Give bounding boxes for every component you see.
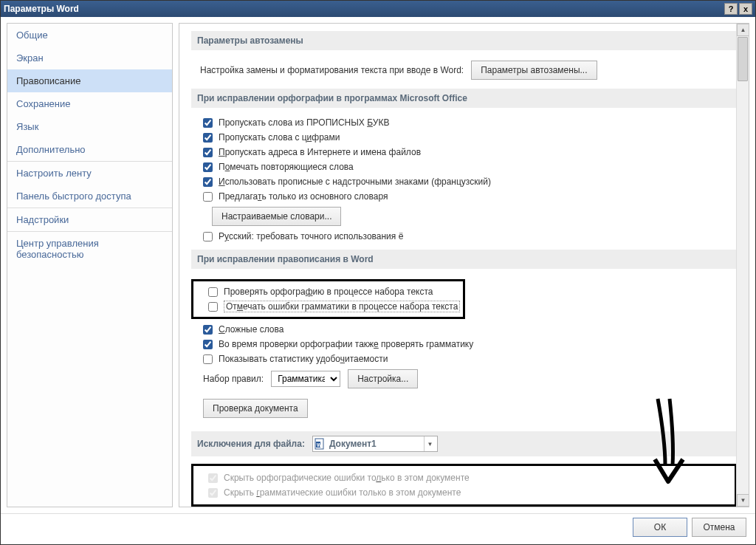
checkbox-row: Сложные слова xyxy=(191,322,737,337)
autocorrect-options-button[interactable]: Параметры автозамены... xyxy=(471,61,597,80)
checkbox[interactable] xyxy=(208,287,218,297)
checkbox-label: Пропускать слова с цифрами xyxy=(219,132,340,143)
checkbox-label: Пропускать адреса в Интернете и имена фа… xyxy=(219,147,421,157)
checkbox-row: Отмечать ошибки грамматики в процессе на… xyxy=(196,299,460,314)
ruleset-label: Набор правил: xyxy=(203,374,264,384)
checkbox-row: Использовать прописные с надстрочными зн… xyxy=(191,174,737,189)
checkbox-row: Пропускать слова из ПРОПИСНЫХ БУКВ xyxy=(191,115,737,130)
checkbox-label: Показывать статистику удобочитаемости xyxy=(219,354,388,364)
checkbox-row: Показывать статистику удобочитаемости xyxy=(191,352,737,366)
ok-button[interactable]: ОК xyxy=(633,518,687,537)
checkbox xyxy=(208,473,218,483)
sidebar-item[interactable]: Общие xyxy=(7,24,172,47)
sidebar-item[interactable]: Дополнительно xyxy=(7,138,172,161)
exceptions-file-name: Документ1 xyxy=(329,439,377,449)
checkbox-row: Скрыть грамматические ошибки только в эт… xyxy=(196,485,732,500)
checkbox-row: Проверять орфографию в процессе набора т… xyxy=(196,284,460,299)
sidebar: ОбщиеЭкранПравописаниеСохранениеЯзыкДопо… xyxy=(7,23,173,507)
checkbox-label: Проверять орфографию в процессе набора т… xyxy=(224,287,433,297)
checkbox-row: Помечать повторяющиеся слова xyxy=(191,160,737,174)
checkbox[interactable] xyxy=(203,192,213,202)
sidebar-item[interactable]: Панель быстрого доступа xyxy=(7,185,172,208)
checkbox-row: Пропускать адреса в Интернете и имена фа… xyxy=(191,145,737,160)
checkbox[interactable] xyxy=(203,162,213,172)
checkbox xyxy=(208,488,218,498)
checkbox-label: Предлагать только из основного словаря xyxy=(219,191,388,202)
exceptions-file-select[interactable]: W Документ1 ▼ xyxy=(312,436,438,452)
checkbox-label: Использовать прописные с надстрочными зн… xyxy=(219,176,491,187)
checkbox[interactable] xyxy=(203,118,213,128)
scroll-down-button[interactable]: ▼ xyxy=(737,494,749,507)
checkbox-label: Пропускать слова из ПРОПИСНЫХ БУКВ xyxy=(219,117,389,128)
help-button[interactable]: ? xyxy=(724,3,738,15)
checkbox-label: Скрыть грамматические ошибки только в эт… xyxy=(224,487,461,498)
sidebar-item[interactable]: Надстройки xyxy=(7,208,172,231)
checkbox[interactable] xyxy=(208,302,218,312)
scroll-up-button[interactable]: ▲ xyxy=(737,24,749,36)
custom-dictionaries-button[interactable]: Настраиваемые словари... xyxy=(212,207,341,226)
checkbox-label: Скрыть орфографические ошибки только в э… xyxy=(224,473,470,483)
checkbox[interactable] xyxy=(203,340,213,349)
chevron-down-icon: ▼ xyxy=(424,436,436,451)
sidebar-item[interactable]: Сохранение xyxy=(7,92,172,115)
exceptions-label: Исключения для файла: xyxy=(197,439,305,449)
checkbox-row: Русский: требовать точного использования… xyxy=(191,229,737,244)
ruleset-settings-button[interactable]: Настройка... xyxy=(348,369,418,388)
checkbox-label: Помечать повторяющиеся слова xyxy=(219,162,354,172)
sidebar-item[interactable]: Центр управления безопасностью xyxy=(7,232,172,266)
scroll-thumb[interactable] xyxy=(738,37,748,81)
checkbox-row: Скрыть орфографические ошибки только в э… xyxy=(196,470,732,485)
dialog-footer: ОК Отмена xyxy=(1,513,755,540)
section-exceptions-header: Исключения для файла: W Документ1 ▼ xyxy=(191,431,737,456)
checkbox[interactable] xyxy=(203,148,213,157)
checkbox[interactable] xyxy=(203,354,213,364)
section-word-header: При исправлении правописания в Word xyxy=(191,250,737,269)
checkbox-label: Во время проверки орфографии также прове… xyxy=(219,339,473,349)
sidebar-item[interactable]: Экран xyxy=(7,47,172,69)
checkbox[interactable] xyxy=(203,232,213,241)
sidebar-item[interactable]: Правописание xyxy=(7,69,172,92)
word-doc-icon: W xyxy=(315,438,326,450)
sidebar-item[interactable]: Настроить ленту xyxy=(7,162,172,185)
section-spelling-header: При исправлении орфографии в программах … xyxy=(191,89,737,108)
checkbox-row: Предлагать только из основного словаря xyxy=(191,189,737,204)
annotation-highlight-2: Скрыть орфографические ошибки только в э… xyxy=(191,464,737,507)
checkbox-label: Отмечать ошибки грамматики в процессе на… xyxy=(224,301,460,312)
checkbox[interactable] xyxy=(203,325,213,335)
checkbox-row: Пропускать слова с цифрами xyxy=(191,130,737,145)
checkbox[interactable] xyxy=(203,177,213,187)
checkbox-row: Во время проверки орфографии также прове… xyxy=(191,337,737,352)
close-button[interactable]: x xyxy=(739,3,752,15)
annotation-highlight-1: Проверять орфографию в процессе набора т… xyxy=(191,279,465,319)
vertical-scrollbar[interactable]: ▲ ▼ xyxy=(736,24,749,507)
window-title: Параметры Word xyxy=(4,4,723,14)
section-autocorrect-header: Параметры автозамены xyxy=(191,31,737,50)
content-pane: Параметры автозамены Настройка замены и … xyxy=(179,24,749,507)
autocorrect-desc: Настройка замены и форматирования текста… xyxy=(200,65,464,75)
svg-text:W: W xyxy=(317,442,322,448)
ruleset-select[interactable]: Грамматика xyxy=(272,371,340,386)
sidebar-item[interactable]: Язык xyxy=(7,115,172,138)
checkbox-label: Сложные слова xyxy=(219,324,284,335)
checkbox[interactable] xyxy=(203,133,213,143)
check-document-button[interactable]: Проверка документа xyxy=(203,399,308,418)
checkbox-label: Русский: требовать точного использования… xyxy=(219,231,403,241)
titlebar: Параметры Word ? x xyxy=(1,1,755,17)
cancel-button[interactable]: Отмена xyxy=(692,518,746,537)
